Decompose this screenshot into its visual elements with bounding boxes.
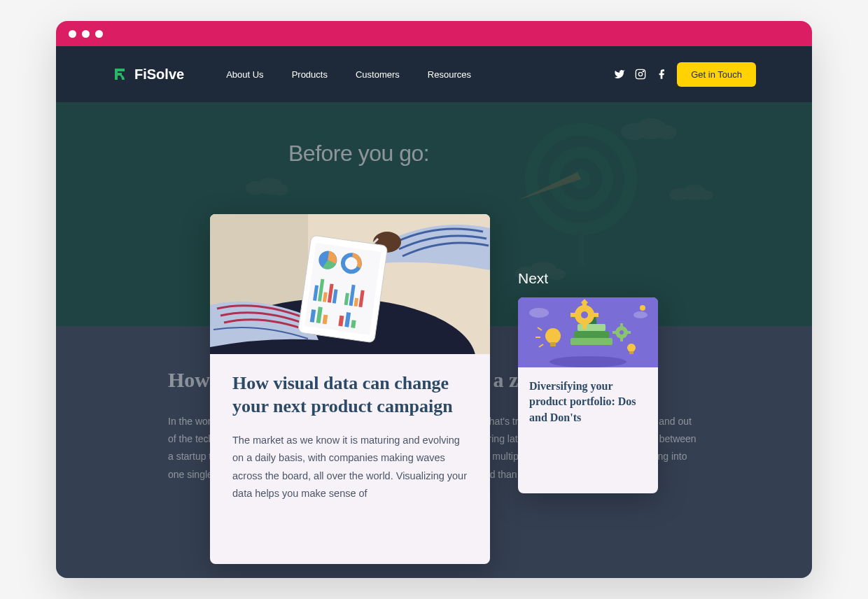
next-article-card[interactable]: Diversifying your product portfolio: Dos… [518, 297, 658, 493]
window-minimize-dot[interactable] [82, 30, 90, 38]
featured-card-image [210, 214, 490, 354]
logo-mark-icon [112, 66, 129, 83]
nav-customers[interactable]: Customers [356, 69, 400, 80]
browser-frame: FiSolve About Us Products Customers Reso… [56, 21, 812, 578]
featured-card-title: How visual data can change your next pro… [232, 372, 468, 418]
next-card-body: Diversifying your product portfolio: Dos… [518, 367, 658, 437]
svg-rect-64 [612, 331, 616, 334]
svg-rect-51 [574, 331, 609, 338]
nav-resources[interactable]: Resources [428, 69, 471, 80]
facebook-icon[interactable] [656, 69, 667, 80]
get-in-touch-button[interactable]: Get in Touch [677, 62, 756, 87]
svg-point-71 [627, 344, 636, 352]
navbar: FiSolve About Us Products Customers Reso… [56, 46, 812, 102]
next-label: Next [518, 270, 658, 287]
svg-point-66 [545, 328, 561, 344]
nav-right: Get in Touch [614, 62, 756, 87]
svg-point-47 [529, 308, 549, 318]
svg-rect-62 [620, 323, 623, 327]
svg-rect-56 [582, 323, 587, 329]
featured-article-card[interactable]: How visual data can change your next pro… [210, 214, 490, 564]
svg-point-48 [634, 311, 648, 318]
svg-rect-65 [627, 331, 631, 334]
featured-card-body: How visual data can change your next pro… [210, 354, 490, 521]
svg-point-73 [550, 356, 626, 367]
svg-rect-50 [570, 338, 612, 345]
svg-point-54 [581, 311, 588, 318]
window-close-dot[interactable] [69, 30, 76, 38]
browser-titlebar [56, 21, 812, 46]
svg-rect-67 [550, 342, 556, 346]
featured-card-excerpt: The market as we know it is maturing and… [232, 432, 468, 503]
nav-links: About Us Products Customers Resources [226, 69, 471, 80]
viewport: FiSolve About Us Products Customers Reso… [56, 46, 812, 578]
svg-rect-72 [629, 351, 634, 354]
svg-rect-63 [620, 338, 623, 341]
nav-products[interactable]: Products [292, 69, 328, 80]
next-card-column: Next [518, 214, 658, 578]
svg-rect-52 [578, 324, 606, 331]
brand-name: FiSolve [134, 66, 184, 83]
svg-point-49 [640, 305, 645, 311]
instagram-icon[interactable] [635, 69, 646, 80]
twitter-icon[interactable] [614, 69, 625, 80]
svg-rect-58 [593, 313, 598, 317]
svg-point-2 [643, 71, 644, 71]
brand-logo[interactable]: FiSolve [112, 66, 184, 83]
nav-about[interactable]: About Us [226, 69, 263, 80]
svg-point-1 [639, 72, 643, 76]
modal-layer: How visual data can change your next pro… [56, 155, 812, 578]
next-card-title: Diversifying your product portfolio: Dos… [529, 379, 647, 425]
svg-rect-57 [570, 313, 576, 317]
next-card-image [518, 297, 658, 367]
svg-point-8 [656, 125, 677, 139]
window-maximize-dot[interactable] [95, 30, 103, 38]
svg-point-61 [620, 330, 624, 334]
